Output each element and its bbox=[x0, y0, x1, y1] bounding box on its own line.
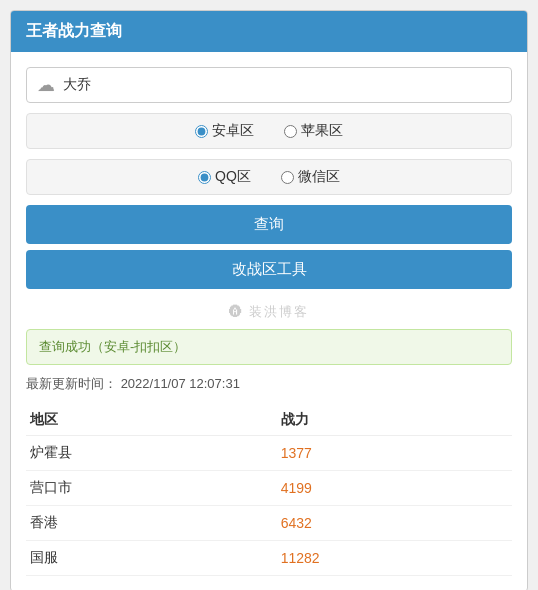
page-body: ☁ 安卓区 苹果区 QQ区 微信区 bbox=[11, 52, 527, 590]
region-cell: 香港 bbox=[26, 506, 277, 541]
watermark: 🅐 装洪博客 bbox=[26, 303, 512, 321]
success-text: 查询成功（安卓-扣扣区） bbox=[39, 339, 186, 354]
ios-radio-label[interactable]: 苹果区 bbox=[284, 122, 343, 140]
ios-label: 苹果区 bbox=[301, 122, 343, 140]
region-cell: 国服 bbox=[26, 541, 277, 576]
update-time-label: 最新更新时间： bbox=[26, 376, 117, 391]
android-label: 安卓区 bbox=[212, 122, 254, 140]
result-table: 地区 战力 炉霍县1377营口市4199香港6432国服11282 bbox=[26, 405, 512, 576]
cloud-icon: ☁ bbox=[37, 74, 55, 96]
tool-button[interactable]: 改战区工具 bbox=[26, 250, 512, 289]
main-container: 王者战力查询 ☁ 安卓区 苹果区 QQ区 微 bbox=[10, 10, 528, 590]
android-radio-label[interactable]: 安卓区 bbox=[195, 122, 254, 140]
table-row: 香港6432 bbox=[26, 506, 512, 541]
update-time-row: 最新更新时间： 2022/11/07 12:07:31 bbox=[26, 375, 512, 393]
update-time-value: 2022/11/07 12:07:31 bbox=[121, 376, 240, 391]
table-row: 营口市4199 bbox=[26, 471, 512, 506]
col-header-region: 地区 bbox=[26, 405, 277, 436]
power-cell: 4199 bbox=[277, 471, 512, 506]
page-header: 王者战力查询 bbox=[11, 11, 527, 52]
android-radio[interactable] bbox=[195, 125, 208, 138]
wechat-radio-label[interactable]: 微信区 bbox=[281, 168, 340, 186]
qq-radio-label[interactable]: QQ区 bbox=[198, 168, 251, 186]
qq-radio[interactable] bbox=[198, 171, 211, 184]
success-bar: 查询成功（安卓-扣扣区） bbox=[26, 329, 512, 365]
wechat-radio[interactable] bbox=[281, 171, 294, 184]
table-row: 国服11282 bbox=[26, 541, 512, 576]
region-radio-group: QQ区 微信区 bbox=[26, 159, 512, 195]
platform-radio-group: 安卓区 苹果区 bbox=[26, 113, 512, 149]
search-input[interactable] bbox=[63, 77, 501, 93]
query-button[interactable]: 查询 bbox=[26, 205, 512, 244]
table-row: 炉霍县1377 bbox=[26, 436, 512, 471]
button-row: 查询 改战区工具 bbox=[26, 205, 512, 295]
search-input-row: ☁ bbox=[26, 67, 512, 103]
qq-label: QQ区 bbox=[215, 168, 251, 186]
region-cell: 营口市 bbox=[26, 471, 277, 506]
wechat-label: 微信区 bbox=[298, 168, 340, 186]
watermark-text: 🅐 装洪博客 bbox=[229, 304, 310, 319]
page-title: 王者战力查询 bbox=[26, 22, 122, 39]
power-cell: 6432 bbox=[277, 506, 512, 541]
power-cell: 1377 bbox=[277, 436, 512, 471]
region-cell: 炉霍县 bbox=[26, 436, 277, 471]
col-header-power: 战力 bbox=[277, 405, 512, 436]
power-cell: 11282 bbox=[277, 541, 512, 576]
ios-radio[interactable] bbox=[284, 125, 297, 138]
